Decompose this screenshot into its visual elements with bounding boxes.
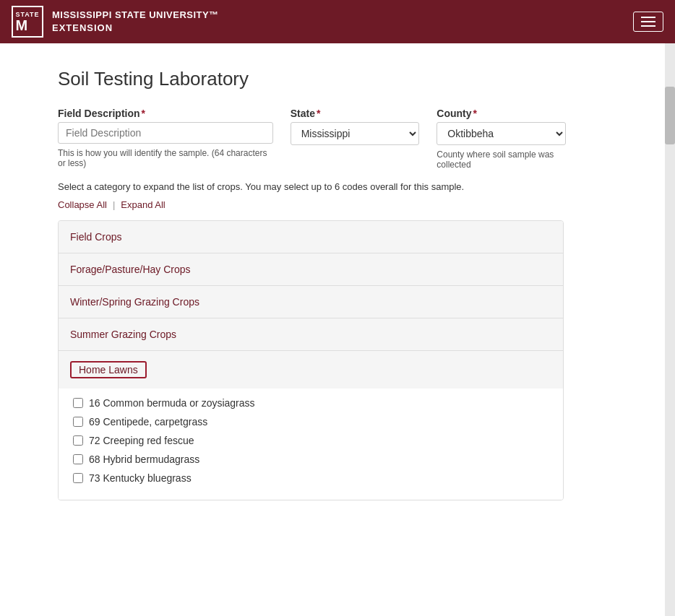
extension-label: EXTENSION <box>52 22 219 35</box>
crop-item-68: 68 Hybrid bermudagrass <box>73 454 549 465</box>
accordion-header-summer-grazing[interactable]: Summer Grazing Crops <box>59 318 563 350</box>
hamburger-line-3 <box>641 25 655 27</box>
collapse-controls: Collapse All | Expand All <box>58 199 566 210</box>
crop-checkbox-68[interactable] <box>73 454 83 464</box>
site-header: STATE M MISSISSIPPI STATE UNIVERSITY™ EX… <box>0 0 675 43</box>
hamburger-line-1 <box>641 17 655 18</box>
accordion-item-forage: Forage/Pasture/Hay Crops <box>59 253 563 286</box>
crop-checkbox-69[interactable] <box>73 417 83 427</box>
state-group: State* Mississippi Alabama Arkansas Loui… <box>291 108 420 145</box>
university-name-block: MISSISSIPPI STATE UNIVERSITY™ EXTENSION <box>52 9 219 35</box>
crop-item-72: 72 Creeping red fescue <box>73 435 549 446</box>
accordion-item-field-crops: Field Crops <box>59 221 563 253</box>
crop-category-accordion: Field Crops Forage/Pasture/Hay Crops Win… <box>58 220 564 500</box>
main-content: Soil Testing Laboratory Field Descriptio… <box>0 51 624 518</box>
collapse-divider: | <box>113 199 115 210</box>
crop-checkbox-72[interactable] <box>73 435 83 446</box>
crop-label-68: 68 Hybrid bermudagrass <box>89 454 199 465</box>
required-star-state: * <box>317 108 320 119</box>
scrollbar-track[interactable] <box>665 0 675 518</box>
accordion-item-winter-spring: Winter/Spring Grazing Crops <box>59 286 563 318</box>
accordion-header-forage[interactable]: Forage/Pasture/Hay Crops <box>59 253 563 285</box>
crop-label-16: 16 Common bermuda or zoysiagrass <box>89 397 255 409</box>
collapse-all-button[interactable]: Collapse All <box>58 199 107 210</box>
field-description-label: Field Description* <box>58 108 273 119</box>
home-lawns-content: 16 Common bermuda or zoysiagrass 69 Cent… <box>59 389 563 500</box>
accordion-item-home-lawns: Home Lawns 16 Common bermuda or zoysiagr… <box>59 351 563 500</box>
required-star-field: * <box>142 108 145 119</box>
accordion-header-winter-spring[interactable]: Winter/Spring Grazing Crops <box>59 286 563 318</box>
category-instructions: Select a category to expand the list of … <box>58 181 566 192</box>
university-logo: STATE M <box>12 6 43 38</box>
hamburger-menu-button[interactable] <box>633 12 663 32</box>
expand-all-button[interactable]: Expand All <box>121 199 165 210</box>
county-group: County* Oktibbeha Adams Alcorn Amite Att… <box>437 108 566 170</box>
accordion-item-summer-grazing: Summer Grazing Crops <box>59 318 563 351</box>
crop-checkbox-73[interactable] <box>73 473 83 483</box>
field-description-input[interactable] <box>58 122 273 144</box>
crop-item-69: 69 Centipede, carpetgrass <box>73 416 549 428</box>
form-row: Field Description* This is how you will … <box>58 108 566 170</box>
home-lawns-active-label: Home Lawns <box>70 361 147 378</box>
county-hint: County where soil sample was collected <box>437 149 566 170</box>
crop-label-69: 69 Centipede, carpetgrass <box>89 416 207 428</box>
accordion-header-home-lawns[interactable]: Home Lawns <box>59 351 563 389</box>
hamburger-line-2 <box>641 21 655 22</box>
county-select[interactable]: Oktibbeha Adams Alcorn Amite Attala <box>437 122 566 145</box>
crop-item-16: 16 Common bermuda or zoysiagrass <box>73 397 549 409</box>
state-select[interactable]: Mississippi Alabama Arkansas Louisiana T… <box>291 122 420 145</box>
crop-label-73: 73 Kentucky bluegrass <box>89 472 192 484</box>
page-title: Soil Testing Laboratory <box>58 68 566 90</box>
crop-item-73: 73 Kentucky bluegrass <box>73 472 549 484</box>
logo-m-letter: M <box>15 18 39 32</box>
university-full-name: MISSISSIPPI STATE UNIVERSITY™ <box>52 9 219 22</box>
header-logo: STATE M MISSISSIPPI STATE UNIVERSITY™ EX… <box>12 6 219 38</box>
accordion-header-field-crops[interactable]: Field Crops <box>59 221 563 253</box>
crop-label-72: 72 Creeping red fescue <box>89 435 194 446</box>
field-description-group: Field Description* This is how you will … <box>58 108 273 168</box>
state-label: State* <box>291 108 420 119</box>
crop-checkbox-16[interactable] <box>73 398 83 408</box>
field-description-hint: This is how you will identify the sample… <box>58 148 273 168</box>
county-label: County* <box>437 108 566 119</box>
required-star-county: * <box>473 108 477 119</box>
scrollbar-thumb[interactable] <box>665 87 675 144</box>
